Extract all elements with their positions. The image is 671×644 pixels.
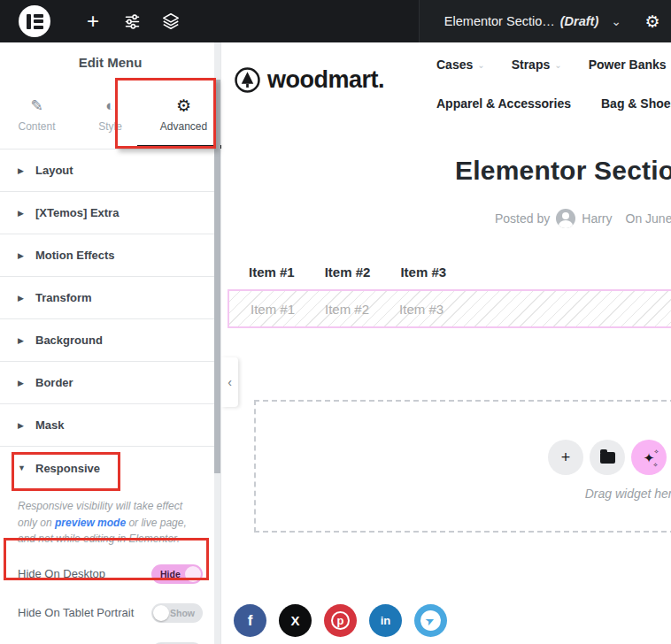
nav-item-straps[interactable]: Straps ⌄ — [512, 58, 562, 72]
plus-icon: + — [87, 9, 99, 34]
pinterest-icon: p — [331, 611, 350, 630]
hidden-tabs-widget: Item #1 Item #2 Item #3 — [251, 302, 443, 317]
woodmart-tree-icon — [234, 66, 261, 94]
nav-row-2: Apparel & Accessories Bag & Shoes — [436, 90, 671, 117]
linkedin-share-button[interactable]: in — [369, 604, 402, 637]
chevron-down-icon[interactable]: ⌄ — [611, 14, 621, 28]
section-layout[interactable]: ▶ Layout — [0, 150, 220, 192]
top-bar: + — [0, 0, 671, 42]
toggle-row-hide-tablet: Hide On Tablet Portrait Show — [0, 595, 220, 631]
document-status: (Draft) — [560, 14, 599, 28]
tab-item-1[interactable]: Item #1 — [249, 264, 295, 280]
section-border[interactable]: ▶ Border — [0, 362, 220, 404]
hidden-on-desktop-element[interactable]: Item #1 Item #2 Item #3 — [228, 289, 671, 328]
gear-icon[interactable]: ⚙ — [639, 12, 666, 32]
toggle-row-hide-mobile: Hide On Mobile Portrait Show — [0, 634, 220, 644]
top-bar-left: + — [0, 0, 190, 42]
social-share-row: f X p in ➤ — [234, 604, 447, 637]
toggle-knob — [153, 605, 169, 621]
drop-area-buttons: + ✦✧✧ — [548, 440, 671, 475]
main-nav: Cases ⌄ Straps ⌄ Power Banks Apparel & A… — [436, 51, 671, 117]
tab-item-3[interactable]: Item #3 — [400, 264, 446, 280]
caret-right-icon: ▶ — [18, 166, 27, 175]
page-title: Elementor Sectio — [455, 156, 671, 186]
facebook-icon: f — [248, 612, 253, 630]
edit-panel: Edit Menu ✎ Content ◐ Style ⚙ Advanced ▶… — [0, 42, 221, 644]
section-motion-effects[interactable]: ▶ Motion Effects — [0, 234, 220, 277]
caret-right-icon: ▶ — [18, 379, 27, 387]
facebook-share-button[interactable]: f — [234, 604, 266, 637]
nav-item-cases[interactable]: Cases ⌄ — [436, 58, 485, 72]
site-logo[interactable]: woodmart. — [234, 66, 384, 94]
caret-down-icon: ▼ — [18, 464, 27, 472]
add-element-button[interactable]: + — [73, 0, 112, 42]
document-title-area[interactable]: Elementor Sectio… (Draft) ⌄ ⚙ — [419, 0, 671, 42]
widget-drop-area[interactable]: + ✦✧✧ Drag widget here — [254, 400, 671, 533]
author-avatar — [556, 209, 575, 228]
caret-right-icon: ▶ — [18, 421, 27, 430]
drag-widget-hint: Drag widget here — [539, 487, 671, 501]
nav-row-1: Cases ⌄ Straps ⌄ Power Banks — [436, 51, 671, 78]
chevron-down-icon: ⌄ — [554, 60, 561, 70]
post-byline: Posted by Harry On June 7, 20 — [495, 209, 671, 228]
panel-title: Edit Menu — [0, 42, 220, 81]
pencil-icon: ✎ — [30, 97, 42, 115]
section-xtemos-extra[interactable]: ▶ [XTemos] Extra — [0, 192, 220, 234]
responsive-note: Responsive visibility will take effect o… — [0, 489, 220, 548]
folder-icon — [600, 452, 615, 464]
pinterest-share-button[interactable]: p — [324, 604, 357, 637]
preview-mode-link[interactable]: preview mode — [55, 517, 126, 529]
hide-on-desktop-toggle[interactable]: Hide — [151, 564, 203, 584]
elementor-logo-button[interactable] — [19, 5, 50, 37]
panel-collapse-handle[interactable]: ‹ — [221, 357, 238, 407]
layers-icon — [161, 12, 181, 31]
hidden-tab-item-2: Item #2 — [325, 302, 369, 317]
x-icon: X — [290, 613, 299, 628]
telegram-share-button[interactable]: ➤ — [414, 604, 447, 637]
preview-canvas: woodmart. Cases ⌄ Straps ⌄ Power Banks A… — [221, 42, 671, 644]
active-tab-indicator — [137, 145, 221, 149]
caret-right-icon: ▶ — [18, 336, 27, 345]
linkedin-icon: in — [381, 614, 391, 627]
site-settings-button[interactable] — [112, 0, 151, 42]
toggle-row-hide-desktop: Hide On Desktop Hide — [0, 556, 220, 592]
nav-item-apparel-accessories[interactable]: Apparel & Accessories — [436, 96, 571, 111]
caret-right-icon: ▶ — [18, 294, 27, 303]
plus-icon: + — [561, 448, 571, 467]
tab-advanced[interactable]: ⚙ Advanced — [147, 81, 220, 149]
hidden-tab-item-3: Item #3 — [399, 302, 443, 317]
template-library-button[interactable] — [590, 440, 625, 475]
gear-icon: ⚙ — [176, 97, 191, 115]
sliders-icon — [123, 12, 142, 31]
nav-item-bag-shoes[interactable]: Bag & Shoes — [601, 96, 671, 111]
caret-right-icon: ▶ — [18, 209, 27, 218]
section-mask[interactable]: ▶ Mask — [0, 404, 220, 447]
telegram-icon: ➤ — [417, 607, 444, 634]
structure-button[interactable] — [151, 0, 190, 42]
section-responsive[interactable]: ▼ Responsive — [0, 447, 220, 489]
panel-tabs: ✎ Content ◐ Style ⚙ Advanced — [0, 81, 220, 150]
elementor-editor: + — [0, 0, 671, 644]
elementor-logo-icon — [27, 14, 43, 29]
tab-item-2[interactable]: Item #2 — [325, 264, 371, 280]
contrast-icon: ◐ — [105, 97, 114, 115]
x-share-button[interactable]: X — [279, 604, 312, 637]
chevron-left-icon: ‹ — [228, 375, 232, 389]
ai-builder-button[interactable]: ✦✧✧ — [631, 440, 667, 475]
add-widget-button[interactable]: + — [548, 440, 583, 475]
hidden-tab-item-1: Item #1 — [251, 302, 295, 317]
site-logo-text: woodmart. — [267, 66, 384, 94]
toggle-knob — [185, 566, 201, 582]
author-name[interactable]: Harry — [582, 211, 612, 226]
tab-style[interactable]: ◐ Style — [73, 81, 147, 149]
chevron-down-icon: ⌄ — [477, 60, 484, 70]
section-transform[interactable]: ▶ Transform — [0, 277, 220, 319]
hide-on-tablet-toggle[interactable]: Show — [151, 603, 203, 623]
tab-content[interactable]: ✎ Content — [0, 81, 73, 149]
document-title: Elementor Sectio… — [444, 14, 555, 28]
section-background[interactable]: ▶ Background — [0, 319, 220, 362]
nav-item-power-banks[interactable]: Power Banks — [589, 58, 667, 72]
sparkles-icon: ✦✧✧ — [644, 451, 655, 464]
panel-scrollbar-thumb[interactable] — [214, 80, 220, 473]
caret-right-icon: ▶ — [18, 251, 27, 260]
